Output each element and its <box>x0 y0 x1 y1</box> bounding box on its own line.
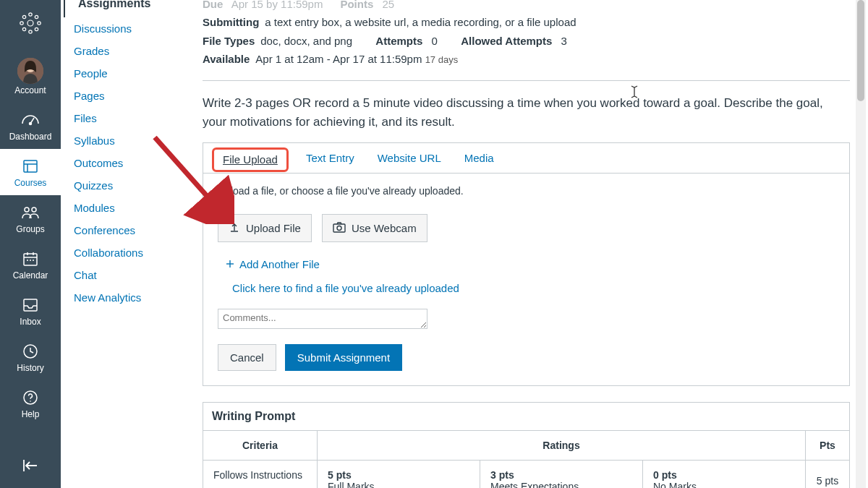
course-nav-item[interactable]: Files <box>74 107 191 129</box>
nav-courses-label: Courses <box>14 178 47 188</box>
tab-text-entry[interactable]: Text Entry <box>306 152 354 164</box>
scrollbar[interactable] <box>856 0 866 488</box>
course-nav-item[interactable]: Outcomes <box>74 152 191 174</box>
nav-history[interactable]: History <box>0 334 61 380</box>
tab-file-upload-highlight: File Upload <box>212 147 289 172</box>
assignment-meta: Due Apr 15 by 11:59pmPoints 25 Submittin… <box>203 0 850 67</box>
courses-icon <box>0 156 61 176</box>
course-nav-item[interactable]: Collaborations <box>74 241 191 264</box>
meta-allowed-value: 3 <box>561 35 567 47</box>
rubric-title: Writing Prompt <box>203 403 849 431</box>
course-nav-item[interactable]: Quizzes <box>74 174 191 197</box>
svg-rect-18 <box>24 254 37 265</box>
submission-tabs-container: Text Entry Website URL Media File Upload… <box>203 142 850 386</box>
svg-rect-25 <box>24 299 37 311</box>
submission-tabs: Text Entry Website URL Media <box>203 143 849 174</box>
collapse-icon <box>21 458 40 473</box>
nav-calendar-label: Calendar <box>13 270 48 281</box>
course-nav-item[interactable]: Conferences <box>74 219 191 241</box>
svg-point-28 <box>30 401 31 402</box>
rubric-rating: 3 ptsMeets Expectations <box>480 461 643 488</box>
nav-groups[interactable]: Groups <box>0 195 61 241</box>
upload-hint: Upload a file, or choose a file you've a… <box>218 185 835 197</box>
rubric-data-row: Follows Instructions 5 ptsFull Marks 3 p… <box>203 461 849 488</box>
nav-calendar[interactable]: Calendar <box>0 241 61 288</box>
nav-dashboard[interactable]: Dashboard <box>0 103 61 149</box>
course-nav-item[interactable]: Modules <box>74 197 191 219</box>
meta-attempts-label: Attempts <box>375 35 422 47</box>
app-logo[interactable] <box>16 9 45 38</box>
tab-website-url[interactable]: Website URL <box>378 152 441 164</box>
svg-point-17 <box>32 207 36 212</box>
add-another-file[interactable]: Add Another File <box>225 258 835 270</box>
rubric-rating: 5 ptsFull Marks <box>318 461 480 488</box>
svg-point-5 <box>22 15 25 18</box>
svg-point-3 <box>20 22 23 25</box>
calendar-icon <box>0 249 61 269</box>
avatar <box>17 58 43 84</box>
svg-point-1 <box>29 13 32 16</box>
nav-help[interactable]: Help <box>0 380 61 427</box>
course-nav-item[interactable]: People <box>74 62 191 85</box>
upload-file-button[interactable]: Upload File <box>218 214 312 242</box>
rubric-head-criteria: Criteria <box>203 431 318 460</box>
history-icon <box>0 341 61 361</box>
tab-media[interactable]: Media <box>464 152 494 164</box>
course-nav: Assignments Discussions Grades People Pa… <box>61 0 191 488</box>
meta-available-days: 17 days <box>425 54 459 65</box>
nav-account[interactable]: Account <box>0 51 61 103</box>
rubric-header-row: Criteria Ratings Pts <box>203 431 849 461</box>
inbox-icon <box>0 295 61 315</box>
plus-icon <box>225 259 235 269</box>
course-nav-item[interactable]: Discussions <box>74 17 191 40</box>
nav-history-label: History <box>17 363 43 373</box>
rubric-total-pts: 5 pts <box>806 461 849 488</box>
svg-point-6 <box>35 15 38 18</box>
course-nav-item[interactable]: New Analytics <box>74 286 191 309</box>
meta-submitting-label: Submitting <box>203 16 259 28</box>
tab-file-upload[interactable]: File Upload <box>223 153 278 166</box>
course-nav-item[interactable]: Pages <box>74 85 191 107</box>
nav-dashboard-label: Dashboard <box>9 132 52 142</box>
meta-filetypes-label: File Types <box>203 35 255 47</box>
comments-input[interactable] <box>218 309 427 329</box>
meta-available-value: Apr 1 at 12am - Apr 17 at 11:59pm <box>255 53 422 65</box>
help-icon <box>0 388 61 408</box>
main-content: Due Apr 15 by 11:59pmPoints 25 Submittin… <box>203 0 850 488</box>
rubric-head-pts: Pts <box>806 431 849 460</box>
svg-point-0 <box>27 20 33 26</box>
cancel-button[interactable]: Cancel <box>218 344 276 371</box>
scrollbar-thumb[interactable] <box>857 0 864 101</box>
svg-point-16 <box>25 207 29 212</box>
groups-icon <box>0 202 61 223</box>
meta-available-label: Available <box>203 53 250 65</box>
meta-filetypes-value: doc, docx, and png <box>260 35 352 47</box>
course-nav-header: Assignments <box>64 0 191 17</box>
course-nav-item[interactable]: Grades <box>74 40 191 62</box>
rubric: Writing Prompt Criteria Ratings Pts Foll… <box>203 402 850 488</box>
svg-point-2 <box>29 30 32 33</box>
submit-assignment-button[interactable]: Submit Assignment <box>285 344 402 371</box>
svg-point-31 <box>337 226 341 231</box>
meta-allowed-label: Allowed Attempts <box>461 35 552 47</box>
course-nav-item[interactable]: Chat <box>74 264 191 286</box>
assignment-prompt: Write 2-3 pages OR record a 5 minute vid… <box>203 94 850 132</box>
rubric-head-ratings: Ratings <box>318 431 806 460</box>
course-nav-list: Discussions Grades People Pages Files Sy… <box>61 17 191 309</box>
svg-rect-30 <box>333 224 345 232</box>
nav-inbox[interactable]: Inbox <box>0 288 61 334</box>
nav-account-label: Account <box>14 85 46 95</box>
dashboard-icon <box>0 110 61 130</box>
nav-collapse[interactable] <box>0 458 61 475</box>
nav-courses[interactable]: Courses <box>0 149 61 195</box>
svg-rect-13 <box>24 160 37 172</box>
use-webcam-button[interactable]: Use Webcam <box>322 214 427 242</box>
divider <box>203 80 850 81</box>
file-upload-panel: Upload a file, or choose a file you've a… <box>203 174 849 385</box>
global-nav: Account Dashboard Courses Groups Calenda… <box>0 0 61 488</box>
svg-point-12 <box>30 123 32 125</box>
course-nav-item[interactable]: Syllabus <box>74 129 191 152</box>
upload-icon <box>229 222 240 234</box>
find-uploaded-file-link[interactable]: Click here to find a file you've already… <box>232 282 835 294</box>
svg-point-7 <box>22 27 25 30</box>
